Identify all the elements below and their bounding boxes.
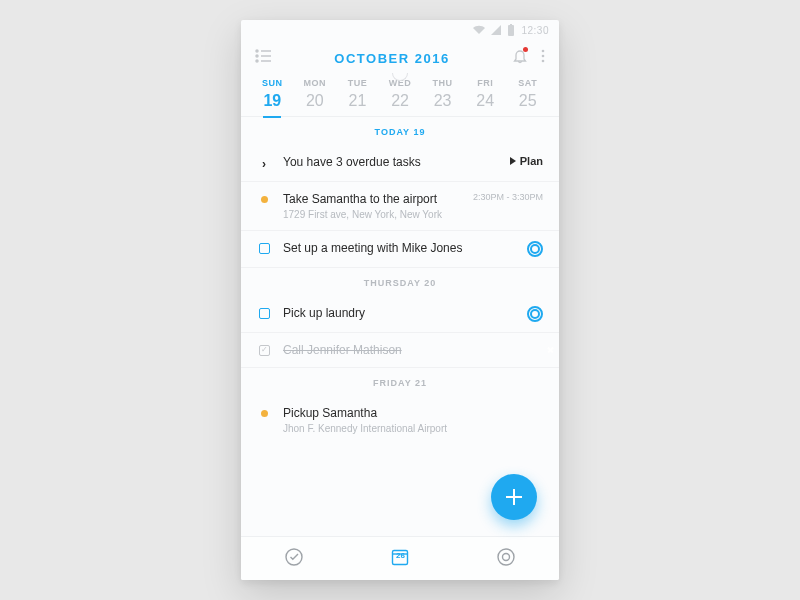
add-fab-button[interactable]: [491, 474, 537, 520]
month-title[interactable]: OCTOBER 2016: [334, 51, 449, 66]
day-label: THU: [421, 78, 464, 88]
checkbox-icon[interactable]: [259, 243, 270, 254]
signal-icon: [491, 25, 501, 35]
nav-tasks-icon[interactable]: [284, 547, 304, 571]
focus-ring-icon[interactable]: [527, 241, 543, 257]
svg-point-9: [542, 55, 545, 58]
svg-point-14: [498, 549, 514, 565]
task-call[interactable]: Call Jennifer Mathison: [241, 333, 559, 368]
day-mon[interactable]: MON 20: [294, 78, 337, 110]
overflow-menu-icon[interactable]: [541, 49, 545, 67]
day-number: 22: [379, 92, 422, 110]
task-title: Take Samantha to the airport: [283, 192, 461, 206]
task-meeting[interactable]: Set up a meeting with Mike Jones: [241, 231, 559, 268]
day-wed[interactable]: WED 22: [379, 78, 422, 110]
svg-point-4: [256, 55, 258, 57]
day-tue[interactable]: TUE 21: [336, 78, 379, 110]
task-title: Pickup Samantha: [283, 406, 543, 420]
svg-point-8: [542, 50, 545, 53]
status-time: 12:30: [521, 25, 549, 36]
day-label: TUE: [336, 78, 379, 88]
day-sun[interactable]: SUN 19: [251, 78, 294, 110]
checkbox-icon[interactable]: [259, 308, 270, 319]
day-label: FRI: [464, 78, 507, 88]
menu-list-icon[interactable]: [255, 49, 271, 67]
bottom-nav: 26: [241, 536, 559, 580]
phone-frame: 12:30 OCTOBER 2016 SUN 19 MON 20 TUE 2: [241, 20, 559, 580]
day-number: 23: [421, 92, 464, 110]
day-sat[interactable]: SAT 25: [506, 78, 549, 110]
day-label: MON: [294, 78, 337, 88]
section-today: TODAY 19: [241, 117, 559, 145]
calendar-date-badge: 26: [396, 551, 405, 560]
overdue-row[interactable]: › You have 3 overdue tasks Plan: [241, 145, 559, 182]
plan-button[interactable]: Plan: [510, 155, 543, 167]
task-subtitle: 1729 First ave, New York, New York: [283, 209, 461, 220]
app-bar: OCTOBER 2016: [241, 40, 559, 76]
play-icon: [510, 157, 516, 165]
event-dot-icon: [261, 196, 268, 203]
day-label: SAT: [506, 78, 549, 88]
task-subtitle: Jhon F. Kennedy International Airport: [283, 423, 543, 434]
svg-rect-1: [510, 24, 512, 25]
day-number: 19: [251, 92, 294, 110]
notifications-icon[interactable]: [513, 48, 527, 68]
task-title: Pick up laundry: [283, 306, 515, 320]
task-pickup[interactable]: Pickup Samantha Jhon F. Kennedy Internat…: [241, 396, 559, 444]
svg-point-11: [286, 549, 302, 565]
task-title: Set up a meeting with Mike Jones: [283, 241, 515, 255]
battery-icon: [507, 24, 515, 36]
svg-point-15: [503, 553, 510, 560]
svg-point-2: [256, 50, 258, 52]
wifi-icon: [473, 25, 485, 35]
day-thu[interactable]: THU 23: [421, 78, 464, 110]
day-number: 20: [294, 92, 337, 110]
task-title: Call Jennifer Mathison: [283, 343, 531, 357]
task-time: 2:30PM - 3:30PM: [473, 192, 543, 202]
day-label: SUN: [251, 78, 294, 88]
section-thursday: THURSDAY 20: [241, 268, 559, 296]
section-friday: FRIDAY 21: [241, 368, 559, 396]
task-airport[interactable]: Take Samantha to the airport 1729 First …: [241, 182, 559, 231]
week-strip: SUN 19 MON 20 TUE 21 WED 22 THU 23 FRI 2…: [241, 76, 559, 116]
focus-ring-icon[interactable]: [527, 306, 543, 322]
task-laundry[interactable]: Pick up laundry: [241, 296, 559, 333]
svg-rect-0: [508, 25, 514, 36]
overdue-text: You have 3 overdue tasks: [283, 155, 421, 169]
svg-point-6: [256, 60, 258, 62]
day-number: 24: [464, 92, 507, 110]
nav-focus-icon[interactable]: [496, 547, 516, 571]
chevron-right-icon: ›: [262, 157, 266, 171]
day-number: 25: [506, 92, 549, 110]
day-fri[interactable]: FRI 24: [464, 78, 507, 110]
day-number: 21: [336, 92, 379, 110]
svg-point-10: [542, 60, 545, 63]
nav-calendar-icon[interactable]: 26: [390, 547, 410, 571]
checkbox-checked-icon[interactable]: [259, 345, 270, 356]
status-bar: 12:30: [241, 20, 559, 40]
event-dot-icon: [261, 410, 268, 417]
agenda-list: TODAY 19 › You have 3 overdue tasks Plan…: [241, 116, 559, 536]
